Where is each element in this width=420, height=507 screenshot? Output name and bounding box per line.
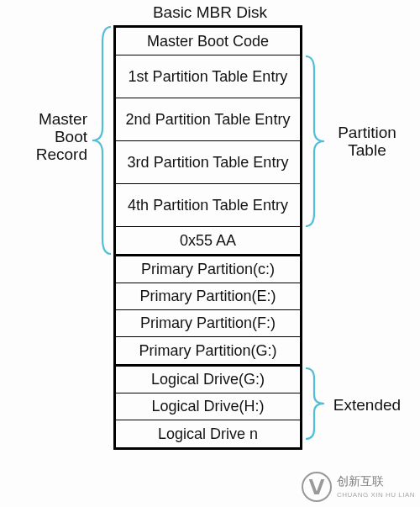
mbr-pte-4: 4th Partition Table Entry xyxy=(116,184,300,227)
logical-n: Logical Drive n xyxy=(116,420,300,447)
logical-h: Logical Drive(H:) xyxy=(116,393,300,420)
mbr-pte-1: 1st Partition Table Entry xyxy=(116,55,300,98)
mbr-group: Master Boot Code 1st Partition Table Ent… xyxy=(113,25,302,256)
logical-group: Logical Drive(G:) Logical Drive(H:) Logi… xyxy=(113,364,302,450)
brace-mbr-label: Master Boot Record xyxy=(27,111,87,164)
primary-c: Primary Partition(c:) xyxy=(116,256,300,283)
mbr-pte-3: 3rd Partition Table Entry xyxy=(116,141,300,184)
mbr-pte-2: 2nd Partition Table Entry xyxy=(116,98,300,141)
primary-g: Primary Partition(G:) xyxy=(116,337,300,364)
brace-ptable-label: Partition Table xyxy=(329,124,405,160)
watermark: 创新互联 CHUANG XIN HU LIAN xyxy=(302,472,415,502)
watermark-logo-icon xyxy=(302,472,332,502)
mbr-signature: 0x55 AA xyxy=(116,227,300,254)
brace-extended-icon xyxy=(304,367,326,441)
brace-mbr-icon xyxy=(91,25,113,256)
primary-e: Primary Partition(E:) xyxy=(116,283,300,310)
brace-extended-label: Extended xyxy=(329,397,405,415)
logical-g: Logical Drive(G:) xyxy=(116,367,300,393)
disk-stack: Master Boot Code 1st Partition Table Ent… xyxy=(113,25,302,450)
primary-group: Primary Partition(c:) Primary Partition(… xyxy=(113,256,302,367)
brace-ptable-icon xyxy=(304,55,326,228)
diagram-title: Basic MBR Disk xyxy=(0,3,420,22)
primary-f: Primary Partition(F:) xyxy=(116,310,300,337)
watermark-text: 创新互联 CHUANG XIN HU LIAN xyxy=(337,475,415,499)
mbr-boot-code: Master Boot Code xyxy=(116,28,300,55)
